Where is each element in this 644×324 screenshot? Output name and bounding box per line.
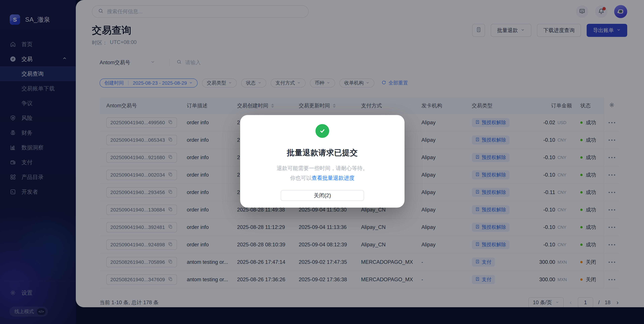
modal-close-button[interactable]: 关闭(2) [281,190,364,201]
app-root: S SA_澈泉 首页 交易 交易查询 [0,0,644,324]
success-check-icon [316,124,329,138]
modal-title: 批量退款请求已提交 [240,148,404,158]
modal-message: 退款可能需要一些时间，请耐心等待。 [240,165,404,172]
view-refund-progress-link[interactable]: 查看批量退款进度 [312,175,354,181]
batch-refund-modal: 批量退款请求已提交 退款可能需要一些时间，请耐心等待。 你也可以查看批量退款进度… [240,115,404,208]
modal-message-2: 你也可以查看批量退款进度 [240,174,404,182]
